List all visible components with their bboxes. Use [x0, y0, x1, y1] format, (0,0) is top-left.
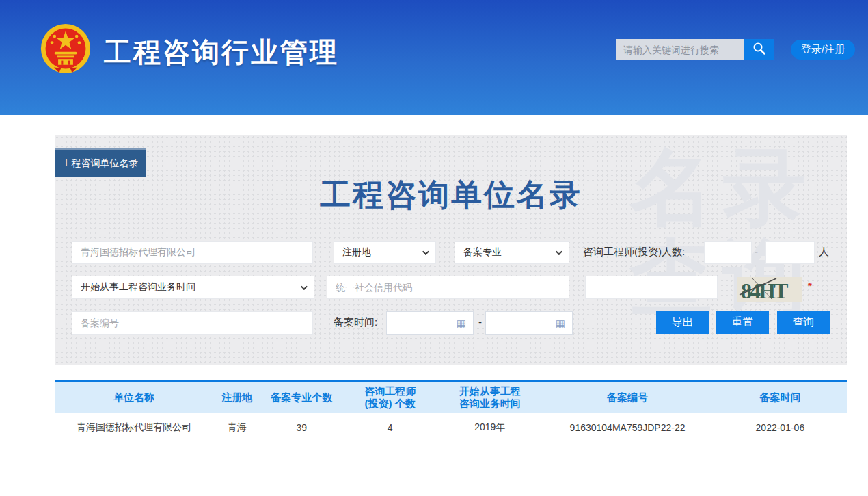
record-number-input[interactable] [72, 311, 313, 335]
cell-record-date: 2022-01-06 [713, 413, 847, 443]
national-emblem-logo [40, 23, 92, 75]
col-header-company: 单位名称 [55, 382, 213, 413]
reset-button[interactable]: 重置 [716, 311, 769, 334]
cell-company: 青海国德招标代理有限公司 [55, 413, 213, 443]
site-header: 工程咨询行业管理 登录/注册 [0, 0, 868, 115]
cell-record-no: 91630104MA759JDP22-22 [542, 413, 712, 443]
captcha-image[interactable]: 84HT [737, 277, 802, 302]
captcha-input[interactable] [585, 276, 718, 299]
record-time-label: 备案时间: [334, 316, 377, 329]
record-time-start-input[interactable]: ▦ [386, 311, 474, 335]
query-panel: 名录 查询 工程咨询单位名录 工程咨询单位名录 注册地 备案专业 咨询工程师(投… [55, 135, 847, 365]
chevron-down-icon [556, 248, 562, 255]
cell-engineer-count: 4 [342, 413, 437, 443]
header-search-input[interactable] [616, 39, 744, 60]
engineer-count-max-input[interactable] [765, 241, 815, 264]
col-header-engineer-count: 咨询工程师 (投资) 个数 [342, 382, 437, 413]
col-header-record-time: 备案时间 [713, 382, 847, 413]
calendar-icon: ▦ [457, 318, 466, 328]
page-title: 工程咨询单位名录 [55, 174, 847, 216]
company-name-input[interactable] [72, 241, 313, 264]
specialty-select-label: 备案专业 [463, 246, 502, 259]
captcha-text: 84HT [741, 278, 788, 302]
chevron-down-icon [301, 283, 308, 290]
col-header-place: 注册地 [213, 382, 261, 413]
header-search [616, 39, 774, 60]
engineer-count-unit-label: 人 [819, 246, 829, 259]
national-emblem-icon [40, 23, 92, 75]
query-button[interactable]: 查询 [777, 311, 830, 334]
engineer-count-label: 咨询工程师(投资)人数: [583, 246, 685, 259]
cell-specialty-count: 39 [261, 413, 342, 443]
engineer-count-min-input[interactable] [704, 241, 752, 264]
site-title: 工程咨询行业管理 [104, 34, 339, 71]
registration-place-select[interactable]: 注册地 [334, 241, 436, 264]
login-register-button[interactable]: 登录/注册 [791, 40, 855, 60]
col-header-record-no: 备案编号 [542, 382, 712, 413]
search-button[interactable] [744, 39, 774, 60]
results-table-header: 单位名称 注册地 备案专业个数 咨询工程师 (投资) 个数 开始从事工程 咨询业… [55, 382, 847, 413]
registration-place-select-label: 注册地 [342, 246, 371, 259]
start-business-time-select[interactable]: 开始从事工程咨询业务时间 [72, 276, 314, 299]
col-header-specialty-count: 备案专业个数 [261, 382, 342, 413]
cell-start-year: 2019年 [437, 413, 542, 443]
col-header-start-time: 开始从事工程 咨询业务时间 [437, 382, 542, 413]
specialty-select[interactable]: 备案专业 [455, 241, 569, 264]
table-row: 青海国德招标代理有限公司 青海 39 4 2019年 91630104MA759… [55, 413, 847, 443]
start-business-time-select-label: 开始从事工程咨询业务时间 [81, 281, 195, 293]
range-separator: - [755, 246, 758, 257]
results-table: 单位名称 注册地 备案专业个数 咨询工程师 (投资) 个数 开始从事工程 咨询业… [55, 380, 847, 443]
record-time-end-input[interactable]: ▦ [485, 311, 573, 335]
range-separator: - [478, 316, 482, 328]
cell-place: 青海 [213, 413, 261, 443]
required-asterisk: * [808, 280, 812, 291]
page: 工程咨询行业管理 登录/注册 名录 查询 工程咨询单位名录 工程咨询单位名录 [0, 0, 868, 496]
export-button[interactable]: 导出 [656, 311, 709, 334]
chevron-down-icon [422, 248, 429, 255]
calendar-icon: ▦ [556, 318, 565, 328]
credit-code-input[interactable] [327, 276, 569, 299]
search-icon [752, 41, 767, 58]
tab-unit-directory[interactable]: 工程咨询单位名录 [55, 148, 146, 177]
